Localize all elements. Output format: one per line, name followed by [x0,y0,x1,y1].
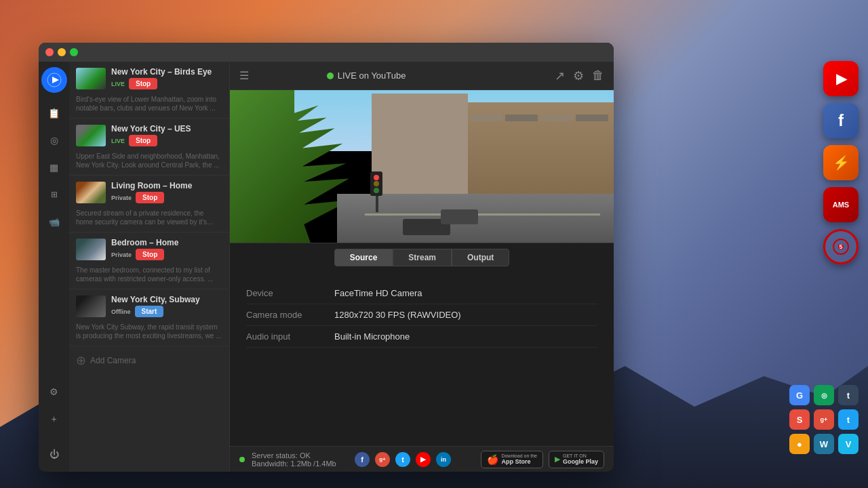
camera-status-nyc-ues: LIVE [111,138,125,144]
live-dot [327,73,334,79]
mini-row-1: G ◎ t [789,385,859,405]
camera-name-nyc-ues: New York City – UES [111,124,222,134]
camera-info-living: Living Room – Home Private Stop [111,181,222,203]
traffic-lights [45,48,78,56]
street-scene [230,90,614,243]
camera-stop-nyc-ues[interactable]: Stop [129,135,157,146]
mini-google[interactable]: G [789,385,810,405]
status-dot [239,457,245,462]
sidebar-icon-grid[interactable]: ⊞ [42,182,66,207]
dock-facebook[interactable]: f [823,103,859,138]
camera-info-subway: New York City, Subway Offline Start [111,295,222,317]
dock-youtube[interactable]: ▶ [823,61,859,96]
sidebar-icon-settings[interactable]: ⚙ [42,380,66,404]
detail-audio-input: Audio input Built-in Microphone [246,326,597,348]
details-panel: Device FaceTime HD Camera Camera mode 12… [230,272,614,446]
audio-input-label: Audio input [246,331,334,342]
tab-source[interactable]: Source [334,249,393,266]
menu-icon[interactable]: ☰ [239,69,249,82]
social-icons: f g+ t ▶ in [355,452,451,467]
share-icon[interactable]: ↗ [555,68,565,83]
add-camera-button[interactable]: ⊕ Add Camera [69,346,229,375]
camera-thumb-living [76,182,106,203]
social-facebook[interactable]: f [355,452,370,467]
mini-twitter[interactable]: t [838,409,859,430]
googleplay-main: Google Play [563,458,598,466]
main-content: 📋 ◎ ▦ ⊞ 📹 ⚙ + ⏻ [39,62,614,472]
add-camera-label: Add Camera [90,356,136,365]
camera-item-bedroom[interactable]: Bedroom – Home Private Stop The master b… [69,232,229,289]
sidebar-icon-book[interactable]: 📋 [42,101,66,125]
titlebar [39,43,614,62]
googleplay-button[interactable]: ▶ GET IT ON Google Play [549,451,604,468]
device-value: FaceTime HD Camera [334,288,422,298]
appstore-sub: Download on the [501,453,537,458]
maximize-button[interactable] [70,48,78,56]
close-button[interactable] [45,48,54,56]
mini-row-3: ● W V [789,434,859,454]
video-area [230,90,614,243]
apple-icon: 🍎 [487,454,498,465]
camera-status-living: Private [111,195,132,201]
status-info: Server status: OK Bandwidth: 1.2Mb /1.4M… [252,451,336,468]
sidebar-icon-list[interactable]: ▦ [42,155,66,180]
mini-row-2: S g+ t [789,409,859,430]
sidebar-icon-video[interactable]: 📹 [42,209,66,234]
sidebar-icon-location[interactable]: ◎ [42,128,66,152]
right-panel: ☰ LIVE on YouTube ↗ ⚙ 🗑 [230,62,614,472]
status-ok-text: Server status: OK [252,451,336,460]
tab-output[interactable]: Output [452,249,509,266]
appstore-button[interactable]: 🍎 Download on the App Store [481,451,543,468]
camera-desc-nyc-birds: Bird's-eye view of Lower Manhattan, zoom… [76,95,222,113]
camera-mode-value: 868x488 30 FPS (RAWVIDEO) [334,310,461,320]
audio-input-value: Built-in Microphone [334,331,410,342]
camera-item-nyc-birds[interactable]: New York City – Birds Eye LIVE Stop Bird… [69,62,229,119]
camera-thumb-nyc-birds [76,68,106,89]
camera-info-nyc-ues: New York City – UES LIVE Stop [111,124,222,146]
main-window: 📋 ◎ ▦ ⊞ 📹 ⚙ + ⏻ [39,43,614,472]
camera-stop-nyc-birds[interactable]: Stop [129,78,157,89]
detail-device: Device FaceTime HD Camera [246,283,597,304]
camera-name-nyc-birds: New York City – Birds Eye [111,67,222,77]
camera-item-subway[interactable]: New York City, Subway Offline Start New … [69,289,229,346]
settings-icon[interactable]: ⚙ [573,68,584,83]
camera-thumb-subway [76,296,106,317]
appstore-main: App Store [501,458,537,466]
social-linkedin[interactable]: in [436,452,451,467]
social-twitter[interactable]: t [395,452,410,467]
social-youtube[interactable]: ▶ [416,452,431,467]
mini-yellow[interactable]: ● [789,434,810,454]
right-dock: ▶ f ⚡ AMS 5 [823,61,859,264]
sidebar-icon-power[interactable]: ⏻ [42,442,66,466]
dock-target[interactable]: 5 [823,229,859,264]
camera-item-living[interactable]: Living Room – Home Private Stop Secured … [69,176,229,232]
camera-thumb-nyc-ues [76,125,106,146]
delete-icon[interactable]: 🗑 [592,68,604,83]
dock-ams[interactable]: AMS [823,187,859,222]
bandwidth-text: Bandwidth: 1.2Mb /1.4Mb [252,460,336,468]
camera-stop-living[interactable]: Stop [136,192,164,203]
mini-gplus[interactable]: g+ [814,409,834,430]
mini-wordpress[interactable]: W [814,434,834,454]
top-bar-actions: ↗ ⚙ 🗑 [555,68,604,83]
device-label: Device [246,288,334,298]
camera-stop-bedroom[interactable]: Stop [136,249,164,260]
camera-item-nyc-ues[interactable]: New York City – UES LIVE Stop Upper East… [69,119,229,176]
sidebar-icon-plus[interactable]: + [42,407,66,431]
minimize-button[interactable] [58,48,66,56]
tab-stream[interactable]: Stream [393,249,452,266]
mini-stumble[interactable]: S [789,409,810,430]
camera-desc-nyc-ues: Upper East Side and neighborhood, Manhat… [76,152,222,169]
source-tabs: Source Stream Output [230,243,614,272]
mini-tumblr[interactable]: t [838,385,859,405]
sidebar-icon-logo[interactable] [41,67,67,93]
dock-thunder[interactable]: ⚡ [823,145,859,180]
detail-camera-mode: Camera mode 868x488 30 FPS (RAWVIDEO) [246,304,597,326]
camera-name-bedroom: Bedroom – Home [111,238,222,247]
camera-start-subway[interactable]: Start [135,306,164,317]
mini-chrome[interactable]: ◎ [814,385,834,405]
camera-list: New York City – Birds Eye LIVE Stop Bird… [69,62,230,472]
googleplay-sub: GET IT ON [563,453,598,458]
social-googleplus[interactable]: g+ [375,452,390,467]
mini-vimeo[interactable]: V [838,434,859,454]
